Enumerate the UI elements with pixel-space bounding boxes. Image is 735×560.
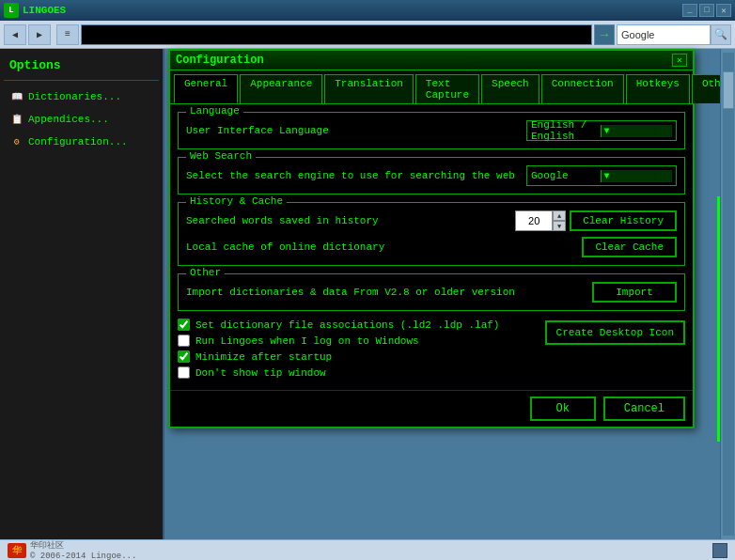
status-logo: 华 华印社区 © 2006-2014 Lingoe...: [8, 539, 136, 560]
cache-label: Local cache of online dictionary: [186, 241, 582, 253]
sidebar: Options 📖 Dictionaries... 📋 Appendices..…: [0, 49, 164, 539]
checkboxes-list: Set dictionary file associations (.ld2 .…: [178, 319, 538, 382]
minimize-label: Minimize after startup: [195, 351, 332, 363]
tab-translation[interactable]: Translation: [324, 74, 414, 103]
main-area: Options 📖 Dictionaries... 📋 Appendices..…: [0, 49, 735, 539]
checkbox-no-tip: Don't show tip window: [178, 366, 538, 379]
clear-history-button[interactable]: Clear History: [570, 210, 677, 231]
web-search-control: Google ▼: [526, 165, 677, 186]
tab-text-capture[interactable]: Text Capture: [415, 74, 479, 103]
web-search-label: Select the search engine to use for sear…: [186, 170, 526, 181]
scrollbar: [720, 49, 735, 539]
spin-buttons: ▲ ▼: [553, 210, 566, 231]
import-button[interactable]: Import: [592, 282, 677, 303]
back-button[interactable]: ◀: [4, 24, 26, 45]
ui-language-arrow: ▼: [601, 125, 673, 137]
cancel-button[interactable]: Cancel: [603, 397, 685, 421]
history-cache-section: History & Cache Searched words saved in …: [178, 202, 685, 266]
clear-cache-button[interactable]: Clear Cache: [582, 237, 677, 257]
tab-speech[interactable]: Speech: [481, 74, 540, 103]
history-spinbox: 20 ▲ ▼: [515, 210, 566, 231]
ok-button[interactable]: Ok: [530, 397, 596, 421]
statusbar: 华 华印社区 © 2006-2014 Lingoe...: [0, 539, 735, 560]
no-tip-label: Don't show tip window: [195, 367, 326, 379]
home-button[interactable]: ≡: [56, 24, 79, 45]
sidebar-title: Options: [4, 56, 159, 81]
sidebar-item-appendices-label: Appendices...: [28, 114, 109, 125]
checkboxes-area: Set dictionary file associations (.ld2 .…: [178, 319, 685, 382]
ui-language-control: English / English ▼: [526, 120, 677, 141]
copyright-text: © 2006-2014 Lingoe...: [30, 552, 136, 560]
tab-hotkeys[interactable]: Hotkeys: [626, 74, 690, 103]
search-button[interactable]: 🔍: [711, 24, 731, 45]
logo-name: 华印社区: [30, 539, 136, 552]
dictionaries-icon: 📖: [9, 89, 24, 104]
content-area: Configuration ✕ General Appearance Trans…: [164, 49, 735, 539]
language-section-label: Language: [186, 105, 243, 117]
import-label: Import dictionaries & data From V2.8 or …: [186, 287, 592, 298]
tab-connection[interactable]: Connection: [541, 74, 624, 103]
configuration-icon: ⚙: [9, 134, 24, 149]
scrollbar-thumb[interactable]: [723, 71, 734, 109]
app-window: L LINGOES _ □ ✕ ◀ ▶ ≡ → 🔍 Options 📖 Dict…: [0, 0, 735, 560]
run-login-checkbox[interactable]: [178, 334, 190, 347]
web-search-section-label: Web Search: [186, 150, 256, 162]
status-icon[interactable]: [712, 543, 727, 558]
spin-up-button[interactable]: ▲: [553, 210, 566, 221]
close-button[interactable]: ✕: [716, 4, 731, 17]
toolbar: ◀ ▶ ≡ → 🔍: [0, 21, 735, 49]
minimize-button[interactable]: _: [682, 4, 697, 17]
other-section: Other Import dictionaries & data From V2…: [178, 273, 685, 311]
create-desktop-area: Create Desktop Icon: [545, 320, 685, 345]
checkbox-file-assoc: Set dictionary file associations (.ld2 .…: [178, 319, 538, 331]
ui-language-select[interactable]: English / English ▼: [526, 120, 677, 141]
web-search-value: Google: [531, 170, 597, 181]
appendices-icon: 📋: [9, 112, 24, 127]
history-row: Searched words saved in history 20 ▲ ▼: [186, 210, 677, 231]
configuration-dialog: Configuration ✕ General Appearance Trans…: [168, 49, 695, 428]
run-login-label: Run Lingoes when I log on to Windows: [195, 335, 419, 347]
import-control: Import: [592, 282, 677, 303]
logo-icon: 华: [8, 543, 26, 558]
ui-language-row: User Interface Language English / Englis…: [186, 120, 677, 141]
go-button[interactable]: →: [594, 24, 615, 45]
app-title: LINGOES: [23, 5, 66, 16]
cache-control: Clear Cache: [582, 237, 677, 257]
sidebar-item-appendices[interactable]: 📋 Appendices...: [4, 109, 159, 130]
status-logo-text: 华印社区 © 2006-2014 Lingoe...: [30, 539, 136, 560]
cache-row: Local cache of online dictionary Clear C…: [186, 237, 677, 257]
forward-button[interactable]: ▶: [28, 24, 51, 45]
file-assoc-checkbox[interactable]: [178, 319, 190, 331]
dialog-title: Configuration: [176, 54, 264, 67]
scrollbar-track[interactable]: [723, 53, 734, 536]
web-search-arrow: ▼: [601, 170, 673, 182]
sidebar-item-configuration-label: Configuration...: [28, 136, 128, 148]
search-input[interactable]: [617, 24, 711, 45]
tab-bar: General Appearance Translation Text Capt…: [170, 70, 693, 104]
history-value-input[interactable]: 20: [515, 210, 553, 231]
app-icon: L: [4, 3, 19, 18]
import-row: Import dictionaries & data From V2.8 or …: [186, 282, 677, 303]
dialog-footer: Ok Cancel: [170, 390, 693, 427]
maximize-button[interactable]: □: [699, 4, 714, 17]
spin-down-button[interactable]: ▼: [553, 221, 566, 231]
tab-general[interactable]: General: [174, 74, 238, 103]
sidebar-item-configuration[interactable]: ⚙ Configuration...: [4, 132, 159, 152]
history-control: 20 ▲ ▼ Clear History: [515, 210, 677, 231]
checkbox-run-login: Run Lingoes when I log on to Windows: [178, 334, 538, 347]
web-search-section: Web Search Select the search engine to u…: [178, 157, 685, 194]
url-bar: [81, 24, 592, 45]
minimize-checkbox[interactable]: [178, 350, 190, 363]
web-search-row: Select the search engine to use for sear…: [186, 165, 677, 186]
sidebar-item-dictionaries[interactable]: 📖 Dictionaries...: [4, 86, 159, 107]
web-search-select[interactable]: Google ▼: [526, 165, 677, 186]
tab-appearance[interactable]: Appearance: [240, 74, 322, 103]
dialog-titlebar: Configuration ✕: [170, 51, 693, 70]
no-tip-checkbox[interactable]: [178, 366, 190, 379]
dialog-body: Language User Interface Language English…: [170, 104, 693, 390]
checkbox-minimize: Minimize after startup: [178, 350, 538, 363]
dialog-close-button[interactable]: ✕: [672, 54, 687, 67]
history-label: Searched words saved in history: [186, 215, 515, 226]
create-desktop-button[interactable]: Create Desktop Icon: [545, 320, 685, 345]
language-section: Language User Interface Language English…: [178, 112, 685, 149]
